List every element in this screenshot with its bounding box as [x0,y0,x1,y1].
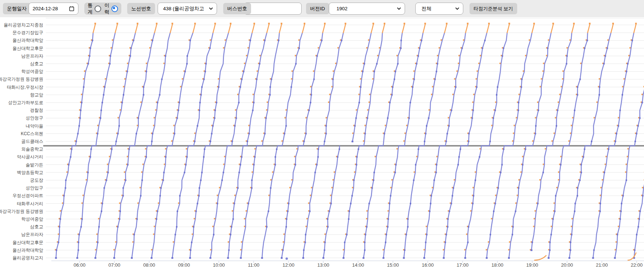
trip-point-marker [303,249,305,251]
trip-arrival-marker [404,23,405,25]
trip-point-marker [634,249,636,251]
hist-radio[interactable] [111,5,118,12]
analysis-view-button[interactable]: 타점기준분석 보기 [470,3,517,14]
trip-start-marker [403,257,405,259]
scope-select[interactable]: 전체 [415,3,463,15]
trip-point-marker [200,179,202,181]
trip-point-marker [574,211,575,212]
trip-12:26 [302,23,346,259]
trip-point-marker [364,133,366,134]
trip-point-marker [436,71,437,72]
trip-point-marker [253,102,254,103]
time-tick-label: 08:00 [143,262,155,268]
trip-arrival-marker [194,23,196,25]
version-id-button[interactable]: 버전ID [306,3,329,14]
trip-point-marker [493,117,494,119]
bus-number-input[interactable] [244,3,302,15]
trip-point-marker [341,40,342,41]
trip-point-marker [211,133,213,134]
version-select[interactable]: 1902 [329,3,405,15]
trip-point-marker [365,234,366,235]
trip-arrival-tip [135,24,137,33]
trip-point-marker [193,226,194,227]
station-label: 태화강국가정원 동강병원 [0,77,43,82]
trip-point-marker [538,110,539,111]
trip-point-marker [512,226,514,227]
bus-number-button[interactable]: 버스번호 [223,3,251,14]
trip-point-marker [455,86,456,88]
station-label: 율리공영차고지 [12,255,43,260]
trip-point-marker [445,242,446,243]
trip-start-marker [55,257,57,259]
trip-point-marker [162,179,164,181]
trip-point-marker [421,40,422,41]
trip-point-marker [344,242,345,243]
trip-point-marker [80,117,81,119]
time-tick-label: 18:00 [492,262,504,268]
trip-point-marker [639,218,640,220]
station-label: 우정선경아파트 [12,193,43,198]
station-label: 삼호교 [30,224,43,229]
station-label: 성안고가하부도로 [8,100,43,105]
trip-point-marker [581,172,582,173]
trip-point-marker [460,148,461,150]
date-input[interactable]: 2024-12-28 [29,3,78,15]
route-number-button[interactable]: 노선번호 [127,3,155,14]
trip-11:15 [261,23,305,259]
trip-point-marker [467,242,468,243]
station-label: 남운프라자 [21,232,43,237]
trip-arrival-tip [551,24,553,33]
trip-point-marker [254,156,255,158]
operation-date-button[interactable]: 운행일자 [3,3,31,14]
trip-point-marker [98,226,100,227]
station-label: 골드클래스 [21,139,43,144]
trip-arrival-tip [213,24,215,33]
trip-point-marker [426,125,427,127]
calendar-icon[interactable] [69,6,74,11]
trip-point-marker [80,226,82,227]
trip-point-marker [288,203,290,204]
trip-point-marker [269,94,271,96]
trip-point-marker [104,86,106,88]
trip-point-marker [118,125,120,127]
trip-arrival-marker [467,23,469,25]
trip-point-marker [426,234,427,235]
trip-point-marker [76,141,77,142]
trip-arrival-tip [588,24,590,33]
toolbar: 운행일자 2024-12-28 통계 이력 노선번호 438 (율리공영차고 버… [0,0,644,17]
trip-point-marker [494,110,496,111]
station-label: 약사골사거리 [17,154,43,159]
trip-point-marker [270,187,272,189]
trip-point-marker [305,133,307,134]
trip-point-marker [140,195,141,196]
trip-start-marker [131,257,133,259]
trip-point-marker [579,78,581,80]
trip-point-marker [404,249,405,251]
trip-point-marker [250,40,251,41]
trip-point-marker [115,141,117,142]
station-label: 태화강국가정원 동강병원 [0,209,43,214]
trip-point-marker [160,187,162,189]
trip-06:27 [95,23,139,259]
trip-point-marker [445,141,447,142]
trip-point-marker [417,148,419,150]
trip-point-marker [501,164,503,166]
trip-point-marker [141,179,143,181]
trip-point-marker [152,40,153,41]
trip-arrival-tip [382,24,384,33]
trip-arrival-marker [488,23,490,25]
time-tick-label: 15:00 [387,262,399,268]
trip-point-marker [493,211,494,212]
trip-point-marker [77,133,79,134]
stat-radio[interactable] [95,5,101,12]
trip-point-marker [450,203,452,204]
trip-point-marker [626,71,627,72]
trip-point-marker [330,203,332,204]
trip-start-marker [172,257,173,259]
trip-point-marker [425,242,426,243]
marey-chart[interactable]: 율리공영차고지종점문수경기장입구울산과학대학앞울산대학교후문남운프라자삼호교학성… [0,0,644,274]
route-select[interactable]: 438 (율리공영차고 [158,3,217,15]
trip-point-marker [249,133,250,134]
trip-point-marker [218,86,220,88]
trip-point-marker [278,40,279,41]
